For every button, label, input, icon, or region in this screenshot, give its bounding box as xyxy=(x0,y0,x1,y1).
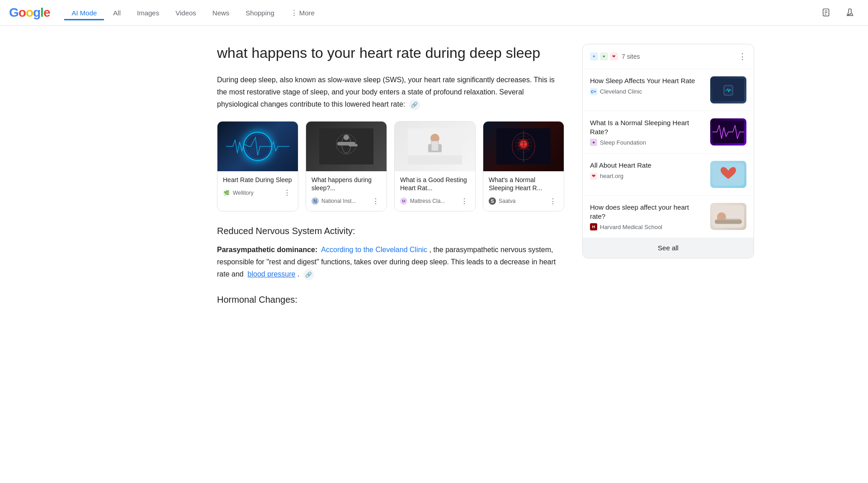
sidebar-card: + ✦ ❤ 7 sites ⋮ How Sleep Affects Your H… xyxy=(582,44,754,258)
saatva-icon: S xyxy=(489,197,496,205)
citation-link-icon[interactable]: 🔗 xyxy=(409,99,420,110)
card-2-image xyxy=(306,122,387,171)
section1-text: Parasympathetic dominance: According to … xyxy=(217,244,564,281)
content-area: what happens to your heart rate during d… xyxy=(217,44,564,312)
card-3-menu[interactable]: ⋮ xyxy=(459,196,470,206)
sidebar-item-4[interactable]: How does sleep affect your heart rate? H… xyxy=(583,196,754,238)
card-1-title: Heart Rate During Sleep xyxy=(223,176,292,184)
section1-heading: Reduced Nervous System Activity: xyxy=(217,226,564,236)
nav-item-all[interactable]: All xyxy=(106,5,128,20)
nav-item-news[interactable]: News xyxy=(205,5,237,20)
google-logo[interactable]: Google xyxy=(9,5,50,20)
sidebar-menu-button[interactable]: ⋮ xyxy=(738,52,746,61)
card-1-menu[interactable]: ⋮ xyxy=(282,188,292,198)
svg-rect-17 xyxy=(408,155,462,164)
sidebar-item-2-source: ✦ Sleep Foundation xyxy=(590,139,705,146)
header: Google AI Mode All Images Videos News Sh… xyxy=(0,0,868,26)
sidebar-item-2[interactable]: What Is a Normal Sleeping Heart Rate? ✦ … xyxy=(583,111,754,154)
svg-rect-6 xyxy=(319,128,373,164)
card-2-footer: N National Inst... ⋮ xyxy=(311,196,381,206)
card-4-title: What's a Normal Sleeping Heart R... xyxy=(489,176,558,192)
nav-item-videos[interactable]: Videos xyxy=(168,5,203,20)
national-icon: N xyxy=(311,197,319,205)
svg-rect-16 xyxy=(431,141,439,151)
sidebar-thumb-3 xyxy=(710,161,746,188)
sidebar-sites-info: + ✦ ❤ 7 sites xyxy=(590,52,640,61)
sidebar-item-2-content: What Is a Normal Sleeping Heart Rate? ✦ … xyxy=(590,118,705,146)
sidebar-item-4-source: H Harvard Medical School xyxy=(590,223,705,230)
card-3-title: What is a Good Resting Heart Rat... xyxy=(400,176,470,192)
card-2-body: What happens during sleep?... N National… xyxy=(306,171,387,211)
card-2-menu[interactable]: ⋮ xyxy=(370,196,381,206)
nav-item-ai-mode[interactable]: AI Mode xyxy=(64,5,104,20)
card-4-menu[interactable]: ⋮ xyxy=(547,196,558,206)
card-4[interactable]: What's a Normal Sleeping Heart R... S Sa… xyxy=(483,121,564,211)
svg-point-5 xyxy=(850,14,851,14)
blood-pressure-link[interactable]: blood pressure xyxy=(248,270,296,278)
nav-more-button[interactable]: ⋮ More xyxy=(283,5,322,20)
card-4-image xyxy=(483,122,564,171)
card-4-source: S Saatva xyxy=(489,197,515,205)
heart-org-icon: ❤ xyxy=(590,173,597,180)
notes-icon-button[interactable] xyxy=(817,4,835,22)
svg-point-10 xyxy=(344,135,349,140)
intro-paragraph: During deep sleep, also known as slow-wa… xyxy=(217,74,564,111)
sidebar: + ✦ ❤ 7 sites ⋮ How Sleep Affects Your H… xyxy=(582,44,754,312)
main-container: what happens to your heart rate during d… xyxy=(163,26,705,330)
page-title: what happens to your heart rate during d… xyxy=(217,44,564,63)
cleveland-clinic-icon: C+ xyxy=(590,88,597,95)
site-icon-2: ✦ xyxy=(600,52,608,61)
sidebar-item-4-content: How does sleep affect your heart rate? H… xyxy=(590,203,705,230)
card-3-source: M Mattress Cla... xyxy=(400,197,445,205)
site-count-label: 7 sites xyxy=(622,53,640,60)
main-nav: AI Mode All Images Videos News Shopping … xyxy=(64,5,807,20)
card-1-image xyxy=(217,122,298,171)
site-icon-1: + xyxy=(590,52,598,61)
card-3-body: What is a Good Resting Heart Rat... M Ma… xyxy=(395,171,475,211)
sidebar-header: + ✦ ❤ 7 sites ⋮ xyxy=(583,44,754,69)
nav-item-shopping[interactable]: Shopping xyxy=(238,5,281,20)
three-dots-icon: ⋮ xyxy=(291,9,297,17)
card-2-source: N National Inst... xyxy=(311,197,356,205)
sidebar-item-3-content: All About Heart Rate ❤ heart.org xyxy=(590,161,705,180)
sidebar-thumb-2 xyxy=(710,118,746,145)
mattress-icon: M xyxy=(400,197,407,205)
sidebar-item-4-title: How does sleep affect your heart rate? xyxy=(590,203,705,220)
header-icons xyxy=(817,4,859,22)
citation-link-icon-2[interactable]: 🔗 xyxy=(303,269,314,280)
nav-item-images[interactable]: Images xyxy=(130,5,166,20)
section2-heading: Hormonal Changes: xyxy=(217,295,564,305)
card-1-body: Heart Rate During Sleep 🌿 Wellitory ⋮ xyxy=(217,171,298,202)
sleep-foundation-icon: ✦ xyxy=(590,139,597,146)
sidebar-item-2-title: What Is a Normal Sleeping Heart Rate? xyxy=(590,118,705,136)
card-2[interactable]: What happens during sleep?... N National… xyxy=(306,121,387,211)
card-4-body: What's a Normal Sleeping Heart R... S Sa… xyxy=(483,171,564,211)
lab-icon-button[interactable] xyxy=(841,4,859,22)
card-1-source: 🌿 Wellitory xyxy=(223,189,254,197)
see-all-button[interactable]: See all xyxy=(583,238,754,258)
sidebar-item-1-title: How Sleep Affects Your Heart Rate xyxy=(590,76,705,85)
sidebar-item-1-content: How Sleep Affects Your Heart Rate C+ Cle… xyxy=(590,76,705,95)
card-3-image xyxy=(395,122,475,171)
wellitory-icon: 🌿 xyxy=(223,189,230,197)
sidebar-item-1-source: C+ Cleveland Clinic xyxy=(590,88,705,95)
svg-rect-36 xyxy=(715,220,742,224)
card-3[interactable]: What is a Good Resting Heart Rat... M Ma… xyxy=(394,121,476,211)
sidebar-item-3-source: ❤ heart.org xyxy=(590,173,705,180)
card-2-title: What happens during sleep?... xyxy=(311,176,381,192)
card-3-footer: M Mattress Cla... ⋮ xyxy=(400,196,470,206)
harvard-icon: H xyxy=(590,223,597,230)
sidebar-thumb-4 xyxy=(710,203,746,230)
cleveland-clinic-link[interactable]: According to the Cleveland Clinic xyxy=(321,246,427,253)
sidebar-item-3[interactable]: All About Heart Rate ❤ heart.org xyxy=(583,154,754,196)
site-icons-group: + ✦ ❤ xyxy=(590,52,618,61)
card-4-footer: S Saatva ⋮ xyxy=(489,196,558,206)
site-icon-3: ❤ xyxy=(610,52,618,61)
svg-rect-12 xyxy=(349,144,358,146)
sidebar-item-1[interactable]: How Sleep Affects Your Heart Rate C+ Cle… xyxy=(583,69,754,111)
sidebar-item-3-title: All About Heart Rate xyxy=(590,161,705,170)
card-1-footer: 🌿 Wellitory ⋮ xyxy=(223,188,292,198)
svg-point-4 xyxy=(848,14,849,15)
sidebar-thumb-1 xyxy=(710,76,746,103)
card-1[interactable]: Heart Rate During Sleep 🌿 Wellitory ⋮ xyxy=(217,121,298,211)
